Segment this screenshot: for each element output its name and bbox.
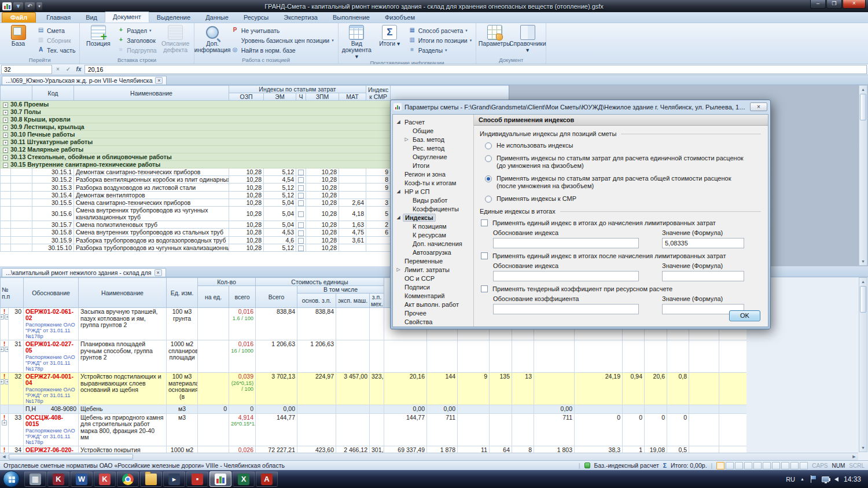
tree-item-Виды работ[interactable]: Виды работ (396, 196, 473, 204)
cell-check[interactable] (296, 236, 306, 244)
cell-smr[interactable]: 5 (366, 207, 391, 221)
checkbox-icon[interactable] (298, 211, 304, 217)
taskbar-app-pdf[interactable]: A (256, 471, 278, 487)
taskbar-app-excel[interactable]: X (233, 471, 255, 487)
value-formula-input[interactable]: 5,08335 (662, 238, 744, 248)
menu-tab-Выполнение[interactable]: Выполнение (325, 13, 377, 23)
expand-icon[interactable]: + (3, 155, 8, 160)
tree-expanded-icon[interactable]: ◢ (396, 119, 401, 124)
view-ts-icon[interactable] (744, 462, 752, 469)
expand-icon[interactable]: + (3, 133, 8, 138)
cell-name[interactable]: Планировка площадей ручным способом, гру… (79, 340, 167, 373)
top-doc-tab[interactable]: ...\069_Южно-Уральская ж.д. р-он VIII-е … (2, 76, 167, 85)
cell-value-9[interactable] (534, 373, 575, 405)
ribbon-button-Доп. информация[interactable]: Доп. информация (196, 24, 229, 53)
cell-value-10[interactable]: 38,3 (575, 446, 623, 453)
cell-ozp[interactable]: 10,28 (229, 168, 264, 176)
cell-value-0[interactable]: 72 227,21 (256, 446, 297, 453)
expand-icon[interactable]: + (3, 118, 8, 123)
cell-zpm[interactable]: 10,28 (306, 184, 339, 191)
cell-value-10[interactable]: 24,19 (575, 373, 623, 405)
row-selector[interactable] (11, 207, 32, 221)
cell-name[interactable]: Щебень (79, 405, 167, 414)
scroll-up-icon[interactable]: ▲ (859, 86, 867, 93)
ribbon-button-Уровень базисных цен позиции[interactable]: Уровень базисных цен позиции▾ (229, 35, 336, 45)
cell-check[interactable] (296, 184, 306, 191)
warning-icon[interactable]: ! (3, 309, 6, 314)
cell-value-1[interactable]: 423,60 (297, 446, 336, 453)
cell-check[interactable] (296, 207, 306, 221)
tray-expand-icon[interactable]: ▲ (800, 477, 804, 481)
cell-qty-per[interactable] (198, 340, 229, 373)
row-selector[interactable] (11, 191, 32, 199)
fx-icon[interactable]: fx (74, 65, 83, 74)
position-row-31[interactable]: !++31ОЕРЖ01-02-027-05Распоряжение ОАО "Р… (1, 340, 747, 373)
cell-value-6[interactable]: 9 (458, 373, 490, 405)
tree-item-Свойства[interactable]: Свойства (396, 317, 473, 326)
cell-em[interactable]: 5,12 (264, 184, 296, 191)
ribbon-button-Итоги по позиции[interactable]: ▥Итоги по позиции▾ (406, 35, 474, 45)
menu-tab-Физобъем[interactable]: Физобъем (377, 13, 422, 23)
view-print-icon[interactable] (781, 462, 789, 469)
cell-value-5[interactable]: 711 (427, 413, 458, 446)
cell-em[interactable]: 5,12 (264, 244, 296, 251)
tree-item-К позициям[interactable]: К позициям (396, 222, 473, 230)
taskbar-app-word[interactable]: W (71, 471, 93, 487)
warning-icon[interactable]: ! (3, 373, 6, 379)
taskbar-app-calculator[interactable]: ▦ (24, 471, 46, 487)
expand-icon[interactable]: + (1, 379, 5, 384)
cell-qty-per[interactable] (198, 413, 229, 446)
cell-em[interactable]: 5,04 (264, 221, 296, 229)
cell-value-7[interactable] (490, 405, 512, 414)
cell-value-3[interactable] (370, 405, 384, 414)
menu-tab-Выделение[interactable]: Выделение (149, 13, 198, 23)
cell-qty-total[interactable]: 4,91426*0.15*1.26 (229, 413, 256, 446)
cell-smr[interactable]: 9 (366, 168, 391, 176)
cell-value-11[interactable]: 0 (623, 413, 645, 446)
checkbox-icon[interactable] (298, 185, 304, 191)
view-notes-icon[interactable] (772, 462, 780, 469)
view-export-icon[interactable] (790, 462, 799, 469)
ribbon-button-Найти в норм. базе[interactable]: ◎Найти в норм. базе (229, 45, 336, 55)
checkbox-option-3[interactable]: Применять тендерный коэффициент при ресу… (481, 285, 761, 292)
checkbox-icon[interactable] (298, 222, 304, 228)
cell-qty-total[interactable]: 0,02626 / 1000 (229, 446, 256, 453)
ok-button[interactable]: OK (729, 310, 760, 321)
cell-obosn[interactable]: ОЕРЖ01-02-061-02Распоряжение ОАО "РЖД" о… (24, 308, 79, 340)
checkbox-icon[interactable] (298, 230, 304, 236)
cell-smr[interactable]: 8 (366, 176, 391, 184)
tree-item-Коэффициенты[interactable]: Коэффициенты (396, 204, 473, 213)
cell-smr[interactable] (366, 191, 391, 199)
cell-qty-total[interactable]: 0 (229, 405, 256, 414)
cell-value-9[interactable]: 0,00 (534, 405, 575, 414)
cell-check[interactable] (296, 176, 306, 184)
cell-em[interactable]: 4,54 (264, 176, 296, 184)
tree-item-Доп. начисления[interactable]: Доп. начисления (396, 239, 473, 248)
cell-value-4[interactable] (384, 340, 427, 373)
justification-input[interactable] (493, 271, 639, 281)
clock[interactable]: 14:33 (844, 475, 861, 483)
cell-name[interactable]: Устройство подстилающих и выравнивающих … (79, 373, 167, 405)
ribbon-button-Не учитывать[interactable]: РНе учитывать (229, 25, 336, 35)
taskbar-app-kompas[interactable]: K (94, 471, 116, 487)
cell-value-5[interactable]: 0,00 (427, 405, 458, 414)
dialog-close-icon[interactable]: × (750, 102, 767, 111)
view-normal-icon[interactable] (716, 462, 724, 469)
action-center-flag-icon[interactable] (810, 475, 816, 483)
cell-check[interactable] (296, 244, 306, 251)
cell-value-11[interactable] (623, 340, 645, 373)
collapse-icon[interactable]: − (3, 163, 8, 168)
cell-value-1[interactable]: 224,97 (297, 373, 336, 405)
ribbon-button-Справочники[interactable]: Справочники ▾ (511, 24, 544, 53)
cell-zpm[interactable]: 10,28 (306, 229, 339, 236)
radio-unselected-icon[interactable] (485, 142, 492, 149)
cell-ozp[interactable]: 10,28 (229, 176, 264, 184)
cell-value-1[interactable]: 838,84 (297, 308, 336, 340)
cell-value-6[interactable] (458, 405, 490, 414)
row-selector[interactable] (11, 168, 32, 176)
cell-value-6[interactable] (458, 340, 490, 373)
cell-mat[interactable] (339, 191, 366, 199)
checkbox-icon[interactable] (298, 200, 304, 206)
cell-value-7[interactable]: 64 (490, 446, 512, 453)
checkbox-icon[interactable] (481, 252, 488, 259)
